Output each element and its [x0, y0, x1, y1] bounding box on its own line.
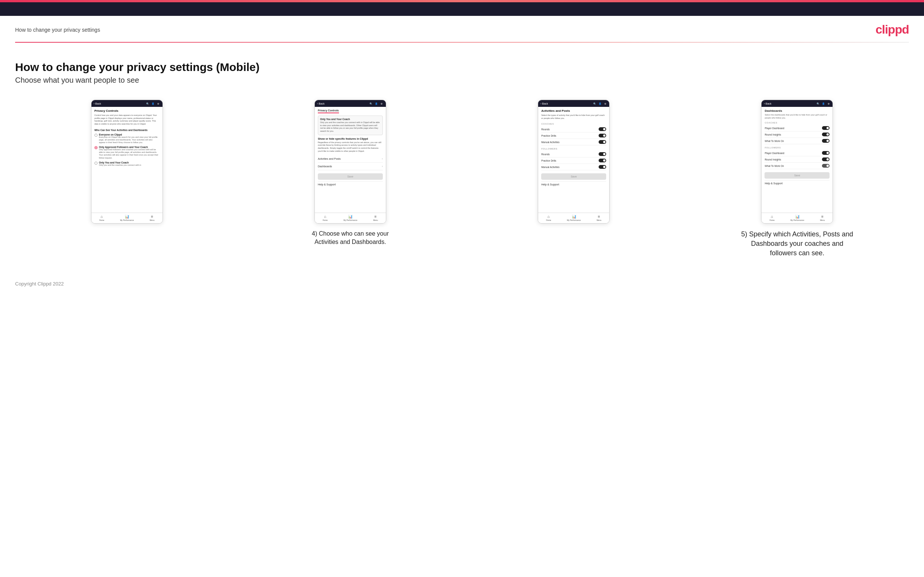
radio-coach-desc: Only you and the coaches you connect wit… — [99, 164, 141, 166]
roundinsights-coach-toggle[interactable] — [822, 132, 830, 136]
mobile-frame-3: ‹ Back 🔍 👤 ⚙ Activities and Posts Select… — [538, 100, 610, 224]
coaches-heading-4: COACHES — [764, 122, 830, 124]
nav-home-1[interactable]: ⌂ Home — [99, 214, 104, 221]
back-button-3[interactable]: ‹ Back — [540, 102, 548, 105]
settings-icon-4[interactable]: ⚙ — [827, 102, 830, 105]
nav-menu-3[interactable]: ≡ Menu — [597, 214, 602, 221]
menu-label-3: Menu — [597, 219, 602, 221]
nav-home-3[interactable]: ⌂ Home — [546, 214, 551, 221]
drills-follower-toggle[interactable] — [599, 159, 606, 162]
radio-followers[interactable]: Only Approved Followers and Your Coach O… — [94, 146, 160, 160]
roundinsights-follower-label: Round Insights — [764, 158, 781, 161]
search-icon-3[interactable]: 🔍 — [593, 102, 596, 105]
save-button-2[interactable]: Save — [318, 173, 383, 180]
radio-followers-desc: Only approved followers and coaches you … — [99, 148, 160, 160]
nav-menu-4[interactable]: ≡ Menu — [820, 214, 825, 221]
menu-icon-1: ≡ — [151, 214, 153, 219]
menu-icon-4: ≡ — [821, 214, 824, 219]
playerdash-follower-toggle[interactable] — [822, 151, 830, 155]
people-icon-3[interactable]: 👤 — [598, 102, 602, 105]
radio-coach-only[interactable]: Only You and Your Coach Only you and the… — [94, 161, 160, 166]
chevron-right-icon: › — [382, 157, 383, 161]
privacy-controls-desc: Control how you and your data appears to… — [94, 114, 160, 126]
menu-label-4: Menu — [820, 219, 825, 221]
save-button-3[interactable]: Save — [541, 173, 606, 180]
toggle-manual-coach: Manual Activities — [541, 139, 606, 145]
workOn-coach-toggle[interactable] — [822, 139, 830, 143]
settings-icon-2[interactable]: ⚙ — [380, 102, 384, 105]
followers-heading-3: FOLLOWERS — [541, 148, 606, 150]
search-icon-4[interactable]: 🔍 — [816, 102, 820, 105]
people-icon-2[interactable]: 👤 — [375, 102, 378, 105]
privacy-tab[interactable]: Privacy Controls — [318, 109, 339, 113]
nav-home-2[interactable]: ⌂ Home — [323, 214, 328, 221]
manual-coach-toggle[interactable] — [599, 140, 606, 144]
home-icon-2: ⌂ — [324, 214, 326, 219]
topbar-icons-1: 🔍 👤 ⚙ — [146, 102, 160, 105]
save-button-4[interactable]: Save — [764, 172, 830, 179]
toggle-rounds-follower: Rounds — [541, 151, 606, 158]
home-label-1: Home — [99, 219, 104, 221]
back-button-1[interactable]: ‹ Back — [94, 102, 101, 105]
nav-menu-1[interactable]: ≡ Menu — [150, 214, 155, 221]
search-icon[interactable]: 🔍 — [146, 102, 150, 105]
toggle-manual-follower: Manual Activities — [541, 164, 606, 170]
radio-everyone-desc: Everyone on Clippd can search for you an… — [99, 136, 160, 144]
info-box: Only You and Your Coach Only you and the… — [318, 116, 383, 135]
radio-followers-circle — [94, 146, 97, 149]
help-support-3[interactable]: Help & Support — [541, 181, 606, 187]
page-title: How to change your privacy settings (Mob… — [15, 61, 909, 74]
settings-icon-3[interactable]: ⚙ — [603, 102, 607, 105]
screenshots-grid: ‹ Back 🔍 👤 ⚙ Privacy Controls Control ho… — [15, 100, 909, 258]
nav-performance-4[interactable]: 📊 My Performance — [790, 214, 804, 221]
settings-icon[interactable]: ⚙ — [157, 102, 160, 105]
menu-icon-2: ≡ — [375, 214, 377, 219]
search-icon-2[interactable]: 🔍 — [369, 102, 373, 105]
roundinsights-follower-toggle[interactable] — [822, 158, 830, 161]
radio-coach-only-circle — [94, 162, 97, 164]
performance-icon-4: 📊 — [795, 214, 800, 219]
dashboards-title: Dashboards — [764, 109, 830, 113]
show-hide-title: Show or hide specific features in Clippd — [318, 137, 383, 140]
nav-performance-2[interactable]: 📊 My Performance — [344, 214, 357, 221]
menu-icon-3: ≡ — [598, 214, 600, 219]
home-label-4: Home — [769, 219, 774, 221]
radio-everyone-circle — [94, 134, 97, 137]
nav-performance-1[interactable]: 📊 My Performance — [120, 214, 134, 221]
nav-menu-2[interactable]: ≡ Menu — [373, 214, 378, 221]
back-button-2[interactable]: ‹ Back — [317, 102, 325, 105]
dashboards-desc: Select the dashboards that you'd like to… — [764, 114, 830, 119]
workOn-follower-toggle[interactable] — [822, 164, 830, 168]
nav-performance-3[interactable]: 📊 My Performance — [567, 214, 581, 221]
radio-everyone[interactable]: Everyone on Clippd Everyone on Clippd ca… — [94, 133, 160, 144]
radio-group-1: Everyone on Clippd Everyone on Clippd ca… — [94, 133, 160, 166]
performance-label-2: My Performance — [344, 219, 357, 221]
activities-posts-desc: Select the types of activity that you'd … — [541, 114, 606, 120]
toggle-workOn-follower: What To Work On — [764, 163, 830, 169]
radio-coach-label: Only You and Your Coach — [99, 161, 141, 164]
rounds-follower-toggle[interactable] — [599, 152, 606, 156]
page-subtitle: Choose what you want people to see — [15, 76, 909, 85]
activities-menu-row[interactable]: Activities and Posts › — [318, 155, 383, 163]
manual-follower-toggle[interactable] — [599, 165, 606, 169]
mobile-frame-1: ‹ Back 🔍 👤 ⚙ Privacy Controls Control ho… — [91, 100, 163, 224]
rounds-coach-toggle[interactable] — [599, 127, 606, 131]
help-support-2[interactable]: Help & Support — [318, 181, 383, 187]
nav-home-4[interactable]: ⌂ Home — [769, 214, 774, 221]
workOn-coach-label: What To Work On — [764, 140, 784, 142]
topbar-icons-4: 🔍 👤 ⚙ — [816, 102, 830, 105]
playerdash-follower-label: Player Dashboard — [764, 152, 784, 155]
menu-label-1: Menu — [150, 219, 155, 221]
people-icon[interactable]: 👤 — [151, 102, 155, 105]
people-icon-4[interactable]: 👤 — [821, 102, 825, 105]
screenshot-col-4: ‹ Back 🔍 👤 ⚙ Dashboards Select the dashb… — [685, 100, 909, 258]
screen3-content: Activities and Posts Select the types of… — [538, 107, 609, 213]
drills-coach-toggle[interactable] — [599, 134, 606, 137]
toggle-playerdash-coach: Player Dashboard — [764, 125, 830, 131]
mobile-bottom-nav-2: ⌂ Home 📊 My Performance ≡ Menu — [315, 213, 386, 223]
help-support-4[interactable]: Help & Support — [764, 180, 830, 186]
privacy-controls-title: Privacy Controls — [94, 109, 160, 113]
playerdash-coach-toggle[interactable] — [822, 126, 830, 130]
back-button-4[interactable]: ‹ Back — [764, 102, 771, 105]
dashboards-menu-row[interactable]: Dashboards › — [318, 163, 383, 170]
